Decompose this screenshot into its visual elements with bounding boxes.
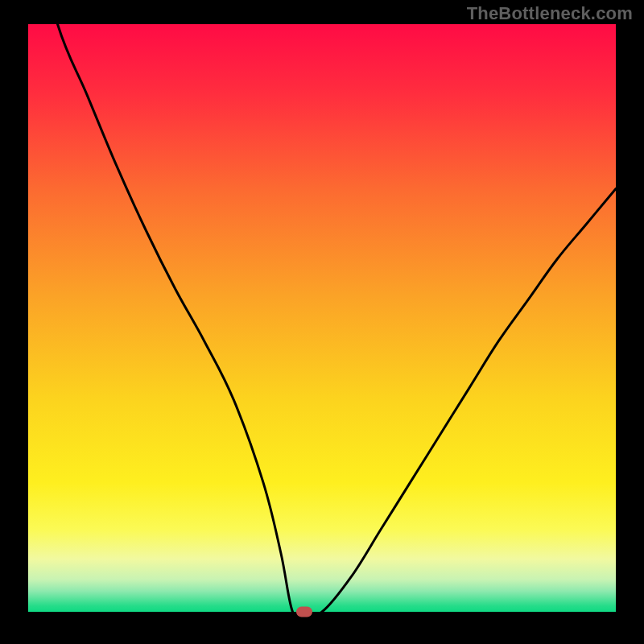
gradient-background <box>28 24 616 612</box>
chart-svg <box>28 24 616 612</box>
attribution-label: TheBottleneck.com <box>467 3 633 24</box>
chart-frame: TheBottleneck.com <box>0 0 644 644</box>
plot-area <box>28 24 616 612</box>
optimal-marker <box>296 607 312 617</box>
